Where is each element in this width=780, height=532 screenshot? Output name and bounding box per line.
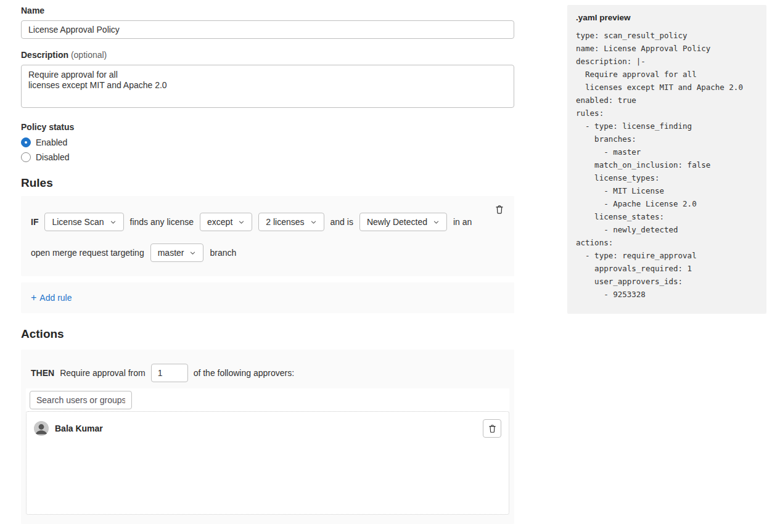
actions-panel: THEN Require approval from of the follow… [21, 350, 514, 524]
approvers-following-text: of the following approvers: [194, 368, 294, 378]
chevron-down-icon [110, 219, 117, 226]
and-is-text: and is [330, 217, 353, 227]
radio-enabled-icon[interactable] [21, 137, 31, 147]
yaml-preview-panel: .yaml preview type: scan_result_policy n… [567, 5, 766, 314]
approver-row: Bala Kumar [34, 419, 501, 438]
policy-description-textarea[interactable]: Require approval for all licenses except… [21, 65, 514, 108]
in-an-text: in an [453, 217, 472, 227]
description-label-text: Description [21, 50, 68, 60]
license-state-dropdown[interactable]: Newly Detected [359, 213, 447, 231]
branch-dropdown[interactable]: master [150, 243, 204, 262]
rules-heading: Rules [21, 176, 514, 190]
targeting-text: open merge request targeting [31, 248, 144, 258]
license-count-dropdown[interactable]: 2 licenses [258, 213, 324, 231]
yaml-preview-code: type: scan_result_policy name: License A… [576, 29, 758, 301]
chevron-down-icon [189, 250, 196, 256]
actions-heading: Actions [21, 327, 514, 342]
scanner-dropdown[interactable]: License Scan [44, 213, 123, 231]
description-optional-text: (optional) [71, 50, 107, 60]
approvers-list: Bala Kumar [26, 411, 509, 515]
avatar [34, 421, 49, 436]
add-rule-label: Add rule [39, 293, 72, 303]
chevron-down-icon [433, 219, 440, 226]
add-rule-button[interactable]: + Add rule [31, 293, 72, 303]
branch-text: branch [210, 248, 236, 258]
radio-enabled-label: Enabled [36, 137, 67, 147]
trash-icon [495, 205, 504, 215]
then-keyword: THEN [31, 368, 54, 378]
chevron-down-icon [310, 219, 317, 226]
radio-disabled-icon[interactable] [21, 152, 31, 162]
require-approval-text: Require approval from [60, 368, 146, 378]
license-count-dropdown-value: 2 licenses [266, 217, 304, 227]
license-state-dropdown-value: Newly Detected [367, 217, 427, 227]
name-label: Name [21, 6, 514, 16]
scanner-dropdown-value: License Scan [52, 217, 104, 227]
status-option-enabled[interactable]: Enabled [21, 137, 514, 147]
trash-icon [488, 424, 497, 433]
approver-search-input[interactable] [30, 391, 132, 409]
finds-text: finds any license [130, 217, 194, 227]
branch-dropdown-value: master [158, 248, 184, 258]
plus-icon: + [31, 293, 36, 302]
status-option-disabled[interactable]: Disabled [21, 152, 514, 162]
remove-approver-button[interactable] [483, 419, 501, 438]
then-row: THEN Require approval from of the follow… [31, 364, 509, 382]
policy-name-input[interactable] [21, 20, 514, 39]
rule-condition-row-2: open merge request targeting master bran… [31, 243, 504, 262]
policy-form: Name Description (optional) Require appr… [21, 6, 514, 524]
yaml-preview-title: .yaml preview [576, 12, 758, 23]
match-mode-dropdown[interactable]: except [200, 213, 252, 231]
radio-disabled-label: Disabled [36, 152, 69, 162]
approvals-required-input[interactable] [151, 364, 188, 382]
policy-editor-page: Name Description (optional) Require appr… [0, 0, 780, 532]
rule-panel: IF License Scan finds any license except… [21, 196, 514, 276]
if-keyword: IF [31, 217, 38, 227]
match-mode-dropdown-value: except [207, 217, 232, 227]
policy-status-group: Policy status Enabled Disabled [21, 122, 514, 162]
policy-status-label: Policy status [21, 122, 514, 133]
description-label: Description (optional) [21, 50, 514, 60]
approver-name: Bala Kumar [55, 424, 103, 433]
rule-condition-row-1: IF License Scan finds any license except… [31, 213, 504, 231]
add-rule-panel: + Add rule [21, 282, 514, 313]
approver-search-strip [26, 388, 509, 411]
delete-rule-button[interactable] [492, 202, 507, 217]
chevron-down-icon [238, 219, 245, 226]
